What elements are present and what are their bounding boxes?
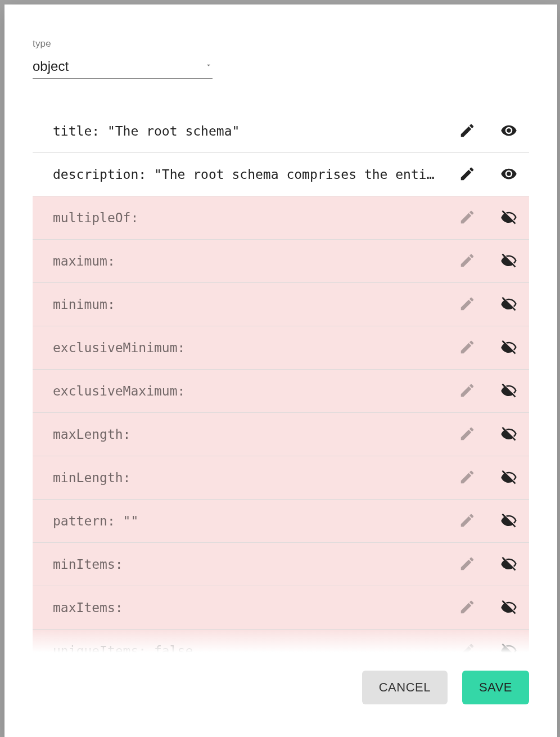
eye-off-icon bbox=[500, 252, 517, 271]
eye-off-icon bbox=[500, 469, 517, 487]
edit-button[interactable] bbox=[457, 381, 477, 401]
property-text: exclusiveMinimum: bbox=[53, 340, 457, 355]
visibility-toggle[interactable] bbox=[499, 338, 519, 358]
pencil-icon bbox=[459, 512, 476, 531]
edit-button[interactable] bbox=[457, 294, 477, 314]
edit-button[interactable] bbox=[457, 164, 477, 185]
property-row-description: description: "The root schema comprises … bbox=[33, 153, 529, 196]
dialog-footer: Cancel Save bbox=[4, 658, 557, 737]
eye-off-icon bbox=[500, 209, 517, 227]
row-actions bbox=[457, 251, 519, 271]
property-row-exclusiveMinimum: exclusiveMinimum: bbox=[33, 326, 529, 370]
row-actions bbox=[457, 164, 519, 185]
eye-off-icon bbox=[500, 339, 517, 357]
pencil-icon bbox=[459, 209, 476, 227]
row-actions bbox=[457, 121, 519, 141]
row-actions bbox=[457, 597, 519, 618]
row-actions bbox=[457, 338, 519, 358]
edit-button[interactable] bbox=[457, 511, 477, 531]
edit-button[interactable] bbox=[457, 424, 477, 444]
property-row-minLength: minLength: bbox=[33, 456, 529, 500]
property-text: exclusiveMaximum: bbox=[53, 384, 457, 398]
property-text: multipleOf: bbox=[53, 210, 457, 225]
visibility-toggle[interactable] bbox=[499, 468, 519, 488]
eye-icon bbox=[500, 165, 517, 184]
row-actions bbox=[457, 641, 519, 653]
dialog-content: type object title: "The root schema"desc… bbox=[4, 5, 557, 653]
row-actions bbox=[457, 424, 519, 444]
visibility-toggle[interactable] bbox=[499, 381, 519, 401]
property-row-minimum: minimum: bbox=[33, 283, 529, 326]
property-text: minimum: bbox=[53, 297, 457, 312]
eye-off-icon bbox=[500, 295, 517, 314]
row-actions bbox=[457, 208, 519, 228]
pencil-icon bbox=[459, 555, 476, 574]
edit-button[interactable] bbox=[457, 554, 477, 574]
property-list: title: "The root schema"description: "Th… bbox=[33, 110, 529, 653]
property-text: maxLength: bbox=[53, 427, 457, 442]
pencil-icon bbox=[459, 252, 476, 271]
row-actions bbox=[457, 554, 519, 574]
visibility-toggle[interactable] bbox=[499, 424, 519, 444]
pencil-icon bbox=[459, 469, 476, 487]
schema-edit-dialog: type object title: "The root schema"desc… bbox=[4, 5, 557, 737]
edit-button[interactable] bbox=[457, 641, 477, 653]
visibility-toggle[interactable] bbox=[499, 597, 519, 618]
edit-button[interactable] bbox=[457, 338, 477, 358]
visibility-toggle[interactable] bbox=[499, 511, 519, 531]
edit-button[interactable] bbox=[457, 468, 477, 488]
property-row-uniqueItems: uniqueItems: false bbox=[33, 630, 529, 653]
eye-off-icon bbox=[500, 642, 517, 653]
property-row-multipleOf: multipleOf: bbox=[33, 196, 529, 240]
row-actions bbox=[457, 511, 519, 531]
row-actions bbox=[457, 381, 519, 401]
edit-button[interactable] bbox=[457, 121, 477, 141]
visibility-toggle[interactable] bbox=[499, 251, 519, 271]
property-row-exclusiveMaximum: exclusiveMaximum: bbox=[33, 370, 529, 413]
property-text: pattern: "" bbox=[53, 514, 457, 528]
eye-off-icon bbox=[500, 555, 517, 574]
cancel-button[interactable]: Cancel bbox=[362, 671, 448, 704]
type-field-label: type bbox=[33, 38, 213, 50]
type-select-value: object bbox=[33, 59, 69, 74]
eye-off-icon bbox=[500, 382, 517, 401]
edit-button[interactable] bbox=[457, 208, 477, 228]
visibility-toggle[interactable] bbox=[499, 121, 519, 141]
edit-button[interactable] bbox=[457, 597, 477, 618]
type-select[interactable]: object bbox=[33, 54, 213, 79]
property-row-maximum: maximum: bbox=[33, 240, 529, 283]
property-text: maxItems: bbox=[53, 600, 457, 615]
property-row-title: title: "The root schema" bbox=[33, 110, 529, 153]
eye-icon bbox=[500, 122, 517, 141]
pencil-icon bbox=[459, 165, 476, 184]
property-text: minItems: bbox=[53, 557, 457, 572]
pencil-icon bbox=[459, 339, 476, 357]
eye-off-icon bbox=[500, 512, 517, 531]
property-text: uniqueItems: false bbox=[53, 644, 457, 653]
row-actions bbox=[457, 294, 519, 314]
visibility-toggle[interactable] bbox=[499, 208, 519, 228]
pencil-icon bbox=[459, 382, 476, 401]
property-row-maxLength: maxLength: bbox=[33, 413, 529, 456]
visibility-toggle[interactable] bbox=[499, 554, 519, 574]
pencil-icon bbox=[459, 122, 476, 141]
visibility-toggle[interactable] bbox=[499, 294, 519, 314]
pencil-icon bbox=[459, 295, 476, 314]
property-row-minItems: minItems: bbox=[33, 543, 529, 586]
caret-down-icon bbox=[205, 61, 213, 71]
property-text: maximum: bbox=[53, 254, 457, 268]
row-actions bbox=[457, 468, 519, 488]
pencil-icon bbox=[459, 642, 476, 653]
visibility-toggle[interactable] bbox=[499, 164, 519, 185]
pencil-icon bbox=[459, 425, 476, 444]
property-text: minLength: bbox=[53, 470, 457, 485]
property-text: title: "The root schema" bbox=[53, 124, 457, 138]
property-row-pattern: pattern: "" bbox=[33, 500, 529, 543]
eye-off-icon bbox=[500, 599, 517, 617]
visibility-toggle[interactable] bbox=[499, 641, 519, 653]
property-text: description: "The root schema comprises … bbox=[53, 167, 457, 182]
property-row-maxItems: maxItems: bbox=[33, 586, 529, 630]
save-button[interactable]: Save bbox=[462, 671, 529, 704]
edit-button[interactable] bbox=[457, 251, 477, 271]
eye-off-icon bbox=[500, 425, 517, 444]
